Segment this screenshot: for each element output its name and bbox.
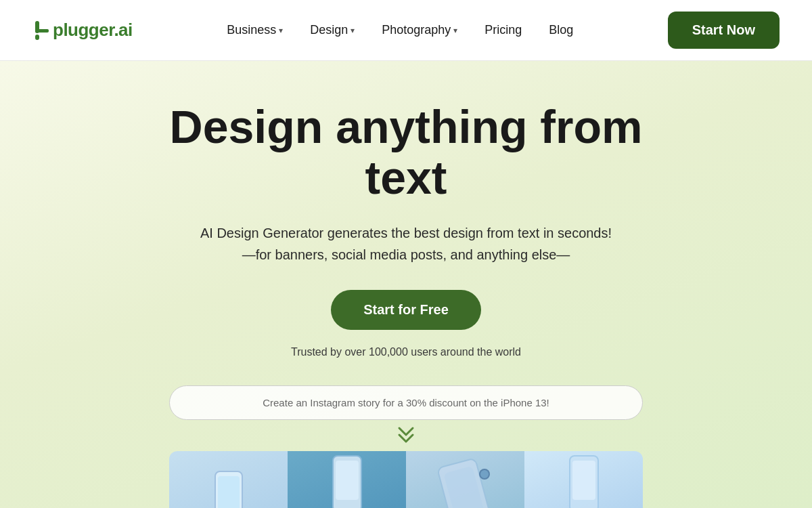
demo-input-bar[interactable]: Create an Instagram story for a 30% disc… [169,385,643,420]
logo[interactable]: plugger.ai [32,20,133,41]
demo-image-1 [169,451,288,508]
svg-rect-2 [35,35,39,40]
demo-image-2: iPhone 13: 30%Off! [288,451,406,508]
start-now-button[interactable]: Start Now [668,12,780,49]
logo-text: plugger.ai [53,20,133,41]
nav-design-label: Design [310,23,348,37]
nav-blog[interactable]: Blog [538,18,584,43]
chevron-down-icon: ▾ [453,26,457,35]
svg-rect-1 [35,29,49,33]
nav-business[interactable]: Business ▾ [216,18,294,43]
hero-subtitle-line2: —for banners, social media posts, and an… [242,247,570,262]
start-for-free-button[interactable]: Start for Free [331,290,481,330]
nav-pricing[interactable]: Pricing [474,18,533,43]
navbar: plugger.ai Business ▾ Design ▾ Photograp… [0,0,812,61]
nav-pricing-label: Pricing [484,23,522,37]
demo-arrow-icon [169,425,643,448]
hero-subtitle-line1: AI Design Generator generates the best d… [200,226,612,240]
logo-icon [32,20,51,41]
trust-text: Trusted by over 100,000 users around the… [291,346,521,358]
hero-subtitle: AI Design Generator generates the best d… [200,222,612,266]
nav-design[interactable]: Design ▾ [299,18,365,43]
nav-business-label: Business [227,23,276,37]
nav-blog-label: Blog [549,23,573,37]
nav-photography-label: Photography [382,23,451,37]
hero-title: Design anything from text [135,102,677,203]
hero-section: Design anything from text AI Design Gene… [0,61,812,508]
demo-container: Create an Instagram story for a 30% disc… [169,385,643,508]
demo-image-3 [406,451,524,508]
nav-photography[interactable]: Photography ▾ [371,18,468,43]
chevron-down-icon: ▾ [279,26,283,35]
nav-links: Business ▾ Design ▾ Photography ▾ Pricin… [216,18,584,43]
chevron-down-icon: ▾ [351,26,355,35]
demo-images: iPhone 13: 30%Off! [169,451,643,508]
demo-image-4: 30% OffiPhone 13! [524,451,643,508]
